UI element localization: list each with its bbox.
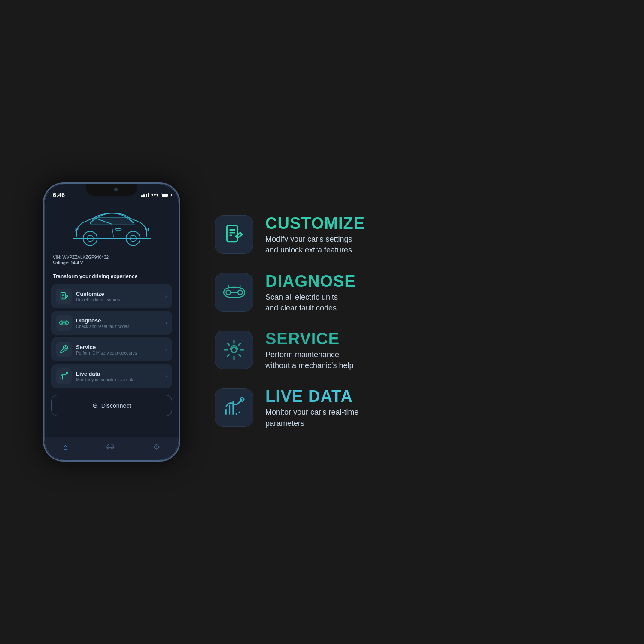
voltage-row: Voltage: 14.4 V [53, 261, 170, 265]
menu-list: Customize Unlock hidden features › [44, 283, 179, 390]
disconnect-button[interactable]: ⊖ Disconnect [51, 395, 172, 416]
main-container: 6:46 ▾▾▾ [43, 182, 601, 462]
signal-bar-2 [143, 194, 145, 197]
menu-icon-livedata [56, 368, 72, 384]
svg-point-25 [226, 290, 231, 295]
customize-subtitle: Unlock hidden features [76, 298, 161, 302]
feature-icon-customize [215, 215, 253, 254]
livedata-title: Live data [76, 371, 161, 377]
power-button [179, 235, 180, 259]
feature-icon-livedata [215, 388, 253, 427]
feature-content-livedata: LIVE DATA Monitor your car's real-timepa… [265, 388, 359, 428]
feature-content-customize: CUSTOMIZE Modify your car's settingsand … [265, 215, 365, 255]
livedata-subtitle: Monitor your vehicle's live data [76, 377, 161, 382]
svg-line-5 [112, 224, 114, 237]
signal-bar-1 [141, 195, 143, 197]
tab-home-icon[interactable]: ⌂ [63, 443, 68, 452]
menu-item-service[interactable]: Service Perform DIY service procedures › [51, 337, 172, 361]
voltage-label: Voltage: [53, 261, 70, 265]
feature-title-service: SERVICE [265, 331, 354, 347]
menu-icon-customize [56, 289, 72, 304]
svg-point-11 [61, 322, 63, 324]
svg-point-17 [67, 372, 68, 374]
volume-up-button [43, 230, 44, 247]
diagnose-title: Diagnose [76, 317, 161, 324]
feature-desc-diagnose: Scan all electric unitsand clear fault c… [265, 292, 356, 313]
menu-text-livedata: Live data Monitor your vehicle's live da… [76, 371, 161, 382]
diagnose-subtitle: Check and reset fault codes [76, 324, 161, 329]
svg-point-12 [65, 322, 67, 324]
phone-mockup: 6:46 ▾▾▾ [43, 182, 180, 462]
service-subtitle: Perform DIY service procedures [76, 351, 161, 355]
feature-title-customize: CUSTOMIZE [265, 215, 365, 231]
feature-content-diagnose: DIAGNOSE Scan all electric unitsand clea… [265, 273, 356, 313]
feature-desc-customize: Modify your car's settingsand unlock ext… [265, 234, 365, 255]
menu-text-customize: Customize Unlock hidden features [76, 291, 161, 302]
transform-title: Transform your driving experience [53, 273, 137, 279]
svg-rect-6 [115, 229, 121, 231]
menu-icon-diagnose [56, 315, 72, 331]
status-icons: ▾▾▾ [141, 192, 170, 198]
menu-text-service: Service Perform DIY service procedures [76, 344, 161, 355]
car-illustration [69, 205, 155, 248]
feature-icon-diagnose [215, 273, 253, 312]
battery-fill [162, 194, 168, 197]
menu-text-diagnose: Diagnose Check and reset fault codes [76, 317, 161, 329]
svg-rect-21 [227, 225, 237, 242]
signal-bar-4 [148, 193, 149, 197]
customize-chevron-icon: › [165, 293, 167, 299]
features-panel: CUSTOMIZE Modify your car's settingsand … [215, 215, 601, 429]
menu-item-customize[interactable]: Customize Unlock hidden features › [51, 284, 172, 308]
feature-icon-service [215, 331, 253, 369]
silent-button [43, 213, 44, 225]
vin-label: VIN: [53, 255, 61, 260]
disconnect-label: Disconnect [101, 402, 131, 409]
customize-title: Customize [76, 291, 161, 297]
feature-livedata: LIVE DATA Monitor your car's real-timepa… [215, 388, 601, 428]
battery-icon [161, 193, 170, 197]
disconnect-area: ⊖ Disconnect [44, 390, 179, 421]
disconnect-icon: ⊖ [92, 401, 98, 410]
svg-point-30 [231, 347, 237, 353]
feature-service: SERVICE Perform maintenancewithout a mec… [215, 331, 601, 371]
volume-down-button [43, 251, 44, 268]
status-time: 6:46 [53, 191, 65, 198]
service-title: Service [76, 344, 161, 350]
phone-screen: 6:46 ▾▾▾ [44, 184, 179, 460]
service-chevron-icon: › [165, 346, 167, 352]
menu-icon-service [56, 342, 72, 357]
feature-customize: CUSTOMIZE Modify your car's settingsand … [215, 215, 601, 255]
diagnose-chevron-icon: › [165, 320, 167, 326]
vehicle-info: VIN: WVPZZALKZGP940432 Voltage: 14.4 V [44, 252, 179, 268]
tab-bar: ⌂ ⚙ [44, 437, 179, 460]
phone-frame: 6:46 ▾▾▾ [43, 182, 180, 462]
feature-content-service: SERVICE Perform maintenancewithout a mec… [265, 331, 354, 371]
voltage-value: 14.4 V [71, 261, 83, 265]
vin-row: VIN: WVPZZALKZGP940432 [53, 255, 170, 260]
front-camera [114, 188, 118, 191]
feature-desc-service: Perform maintenancewithout a mechanic's … [265, 349, 354, 371]
svg-point-26 [237, 290, 242, 295]
phone-notch [86, 184, 137, 196]
signal-icon [141, 193, 149, 197]
feature-title-livedata: LIVE DATA [265, 388, 359, 404]
menu-item-diagnose[interactable]: Diagnose Check and reset fault codes › [51, 311, 172, 335]
feature-title-diagnose: DIAGNOSE [265, 273, 356, 289]
feature-diagnose: DIAGNOSE Scan all electric unitsand clea… [215, 273, 601, 313]
menu-item-livedata[interactable]: Live data Monitor your vehicle's live da… [51, 364, 172, 388]
tab-settings-icon[interactable]: ⚙ [153, 442, 160, 452]
livedata-chevron-icon: › [165, 373, 167, 379]
wifi-icon: ▾▾▾ [151, 192, 159, 198]
vin-value: WVPZZALKZGP940432 [62, 255, 109, 260]
transform-section: Transform your driving experience [44, 268, 179, 283]
signal-bar-3 [146, 194, 147, 197]
car-illustration-area [44, 201, 179, 252]
feature-desc-livedata: Monitor your car's real-timeparameters [265, 407, 359, 428]
tab-car-icon[interactable] [106, 443, 115, 452]
